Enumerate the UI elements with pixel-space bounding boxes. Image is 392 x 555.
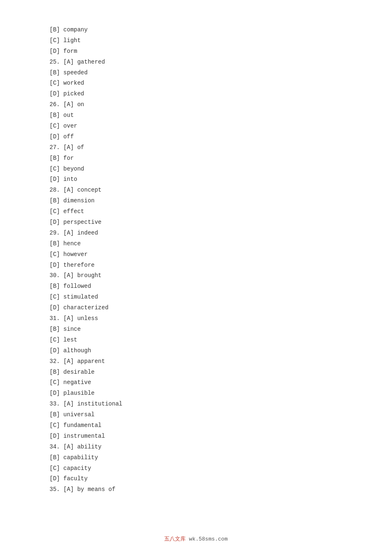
list-item: [B] followed xyxy=(50,281,342,292)
list-item: [C] effect xyxy=(50,206,342,217)
list-item: [B] out xyxy=(50,110,342,121)
list-item: [D] picked xyxy=(50,89,342,100)
list-item: 28. [A] concept xyxy=(50,185,342,196)
list-item: 25. [A] gathered xyxy=(50,57,342,68)
list-item: 26. [A] on xyxy=(50,100,342,110)
list-item: [C] capacity xyxy=(50,463,342,474)
list-item: [C] lest xyxy=(50,335,342,346)
footer-brand: 五八文库 xyxy=(164,536,186,542)
list-item: 32. [A] apparent xyxy=(50,356,342,367)
list-item: [D] instrumental xyxy=(50,431,342,442)
list-item: [B] desirable xyxy=(50,367,342,378)
list-item: [B] dimension xyxy=(50,196,342,206)
footer: 五八文库 wk.58sms.com xyxy=(0,535,392,543)
list-item: [D] plausible xyxy=(50,388,342,399)
list-item: 27. [A] of xyxy=(50,142,342,153)
list-item: [C] light xyxy=(50,36,342,46)
list-item: [D] off xyxy=(50,132,342,142)
list-item: [B] universal xyxy=(50,410,342,420)
list-item: 34. [A] ability xyxy=(50,442,342,453)
list-item: [D] faculty xyxy=(50,474,342,484)
list-item: [D] perspective xyxy=(50,217,342,228)
list-item: [D] into xyxy=(50,174,342,185)
footer-url: wk.58sms.com xyxy=(189,536,228,542)
list-item: [C] over xyxy=(50,121,342,132)
list-item: [B] company xyxy=(50,25,342,36)
list-item: [B] capability xyxy=(50,453,342,463)
list-item: [B] speeded xyxy=(50,68,342,78)
list-item: [D] characterized xyxy=(50,303,342,313)
list-item: [C] stimulated xyxy=(50,292,342,303)
list-item: [C] however xyxy=(50,249,342,260)
list-item: [D] although xyxy=(50,346,342,356)
list-item: [C] negative xyxy=(50,377,342,388)
list-item: [C] fundamental xyxy=(50,420,342,431)
list-item: [B] for xyxy=(50,153,342,164)
main-content: [B] company[C] light[D] form25. [A] gath… xyxy=(0,0,392,528)
list-item: 35. [A] by means of xyxy=(50,484,342,495)
list-item: [D] form xyxy=(50,46,342,57)
list-item: [D] therefore xyxy=(50,260,342,271)
list-item: 30. [A] brought xyxy=(50,270,342,281)
list-item: [B] hence xyxy=(50,239,342,249)
list-item: [C] worked xyxy=(50,78,342,89)
list-item: [B] since xyxy=(50,324,342,335)
list-item: 29. [A] indeed xyxy=(50,228,342,239)
list-item: [C] beyond xyxy=(50,164,342,175)
list-item: 33. [A] institutional xyxy=(50,399,342,410)
list-item: 31. [A] unless xyxy=(50,313,342,324)
